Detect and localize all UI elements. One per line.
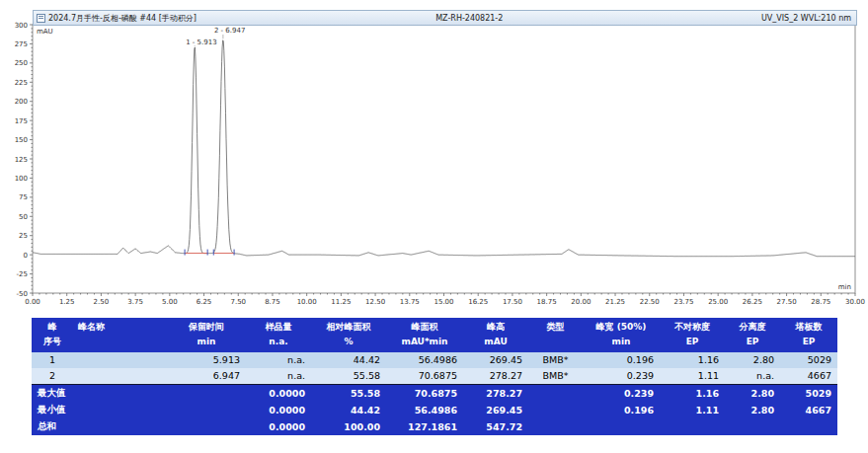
table-cell: 100.00 xyxy=(311,418,386,435)
y-tick-label: 300 xyxy=(15,22,28,30)
table-cell: 269.45 xyxy=(463,352,528,368)
column-header: 类型 xyxy=(528,318,583,352)
table-cell: 0.0000 xyxy=(246,402,311,418)
table-cell: 1.16 xyxy=(660,384,725,402)
column-header: 塔板数EP xyxy=(780,318,837,352)
column-header: 峰宽 (50%)min xyxy=(583,318,660,352)
table-cell xyxy=(167,402,246,418)
y-tick-label: 25 xyxy=(19,232,28,240)
column-header: 峰名称 xyxy=(73,318,167,352)
column-header: 峰序号 xyxy=(32,318,73,352)
table-cell: 0.0000 xyxy=(246,418,311,435)
y-axis-unit: mAU xyxy=(37,28,53,36)
table-cell xyxy=(528,384,583,402)
y-tick-label: 0 xyxy=(24,252,28,260)
x-tick-label: 6.25 xyxy=(197,298,212,306)
summary-label: 最小值 xyxy=(32,402,167,418)
table-cell: 55.58 xyxy=(311,384,386,402)
table-cell: 0.239 xyxy=(583,368,660,385)
table-cell: BMB* xyxy=(528,368,583,385)
table-cell: n.a. xyxy=(725,368,780,385)
table-cell: 1 xyxy=(32,352,73,368)
x-tick-label: 0.00 xyxy=(25,298,40,306)
channel-label: UV_VIS_2 WVL:210 nm xyxy=(596,14,856,23)
table-cell: 6.947 xyxy=(167,368,246,385)
injection-title: 2024.7月手性-反相-磷酸 #44 [手动积分] xyxy=(48,13,197,24)
table-cell xyxy=(73,352,167,368)
x-tick-label: 3.75 xyxy=(127,298,143,306)
table-cell: 278.27 xyxy=(463,368,528,385)
table-cell: 55.58 xyxy=(311,368,386,385)
y-tick-label: 100 xyxy=(15,175,28,183)
table-cell: n.a. xyxy=(246,368,311,385)
table-header-row: 峰序号峰名称 保留时间min样品量n.a.相对峰面积%峰面积mAU*min峰高m… xyxy=(32,318,837,352)
y-tick-label: -50 xyxy=(17,290,28,298)
table-cell: 1.11 xyxy=(660,402,725,418)
table-cell: 0.0000 xyxy=(246,384,311,402)
sample-name: MZ-RH-240821-2 xyxy=(342,14,596,23)
y-tick-label: 150 xyxy=(15,136,28,144)
summary-row: 最小值 0.000044.4256.4986269.45 0.1961.112.… xyxy=(32,402,837,418)
y-tick-label: 275 xyxy=(15,40,28,48)
table-cell xyxy=(167,418,246,435)
table-cell: 70.6875 xyxy=(386,384,463,402)
injection-icon xyxy=(37,14,45,23)
table-cell: 5029 xyxy=(780,384,837,402)
y-tick-label: 75 xyxy=(19,193,28,201)
x-tick-label: 8.75 xyxy=(265,298,280,306)
peak-label: 1 - 5.913 xyxy=(186,38,216,46)
chromatogram-trace xyxy=(33,40,855,257)
table-cell: 4667 xyxy=(780,368,837,385)
x-tick-label: 10.00 xyxy=(297,298,317,306)
summary-row: 总和 0.0000100.00127.1861547.72 xyxy=(32,418,837,435)
table-cell: 56.4986 xyxy=(386,352,463,368)
table-cell xyxy=(660,418,725,435)
y-tick-label: 225 xyxy=(15,79,28,87)
table-cell: 5.913 xyxy=(167,352,246,368)
x-tick-label: 7.50 xyxy=(230,298,246,306)
x-tick-label: 2.50 xyxy=(94,298,110,306)
x-tick-label: 27.50 xyxy=(777,298,797,306)
x-tick-label: 15.00 xyxy=(434,298,453,306)
table-cell xyxy=(167,384,246,402)
table-cell: 5029 xyxy=(780,352,837,368)
chromatography-report: { "header": { "left_title": "2024.7月手性-反… xyxy=(0,0,868,453)
y-tick-label: 125 xyxy=(15,156,28,164)
table-cell: 0.196 xyxy=(583,402,660,418)
x-tick-label: 5.00 xyxy=(162,298,178,306)
x-tick-label: 16.25 xyxy=(468,298,488,306)
table-cell: 2.80 xyxy=(725,384,780,402)
table-cell xyxy=(528,418,583,435)
y-tick-label: -25 xyxy=(17,270,28,278)
summary-label: 总和 xyxy=(32,418,167,435)
peak-results-table: 峰序号峰名称 保留时间min样品量n.a.相对峰面积%峰面积mAU*min峰高m… xyxy=(32,318,837,435)
column-header: 峰高mAU xyxy=(463,318,528,352)
y-tick-label: 250 xyxy=(15,59,28,67)
table-cell: n.a. xyxy=(246,352,311,368)
table-cell: 4667 xyxy=(780,402,837,418)
table-cell: 2.80 xyxy=(725,352,780,368)
table-cell: 127.1861 xyxy=(386,418,463,435)
x-axis-unit: min xyxy=(838,283,851,291)
x-tick-label: 28.75 xyxy=(811,298,830,306)
column-header: 不对称度EP xyxy=(660,318,725,352)
x-tick-label: 23.75 xyxy=(673,298,693,306)
table-cell xyxy=(583,418,660,435)
column-header: 相对峰面积% xyxy=(311,318,386,352)
x-tick-label: 22.50 xyxy=(640,298,660,306)
table-cell: 278.27 xyxy=(463,384,528,402)
peak-row: 2 6.947n.a.55.5870.6875278.27BMB*0.2391.… xyxy=(32,368,837,385)
table-cell: 1.16 xyxy=(660,352,725,368)
peak-row: 1 5.913n.a.44.4256.4986269.45BMB*0.1961.… xyxy=(32,352,837,368)
plot-title-bar: 2024.7月手性-反相-磷酸 #44 [手动积分] MZ-RH-240821-… xyxy=(33,10,857,26)
x-tick-label: 13.75 xyxy=(400,298,420,306)
chromatogram-plot: -50-250255075100125150175200225250275300… xyxy=(0,0,868,312)
table-cell: 44.42 xyxy=(311,352,386,368)
table-cell: 2.80 xyxy=(725,402,780,418)
table-cell: 269.45 xyxy=(463,402,528,418)
y-tick-label: 175 xyxy=(15,117,28,125)
table-cell: BMB* xyxy=(528,352,583,368)
x-tick-label: 25.00 xyxy=(708,298,728,306)
table-cell: 0.196 xyxy=(583,352,660,368)
x-tick-label: 18.75 xyxy=(537,298,557,306)
